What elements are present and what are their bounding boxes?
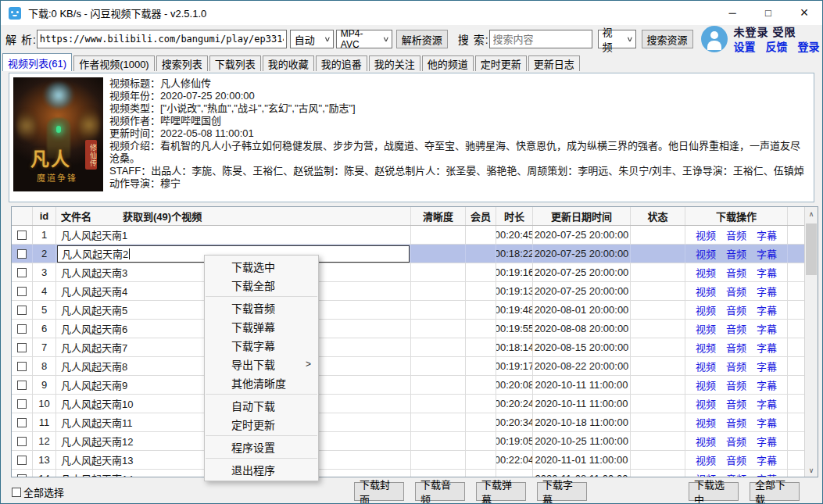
action-video-link[interactable]: 视频 [696, 265, 716, 280]
action-audio-link[interactable]: 音频 [726, 396, 746, 411]
row-checkbox[interactable] [17, 231, 27, 240]
row-checkbox[interactable] [17, 474, 27, 477]
table-row[interactable]: 2凡人风起天南200:18:222020-07-25 20:00:00视频音频字… [12, 245, 818, 263]
tab-his-channel[interactable]: 他的频道 [422, 55, 474, 71]
search-input[interactable] [489, 30, 592, 48]
table-row[interactable]: 3凡人风起天南300:19:162020-07-25 20:00:00视频音频字… [12, 263, 818, 282]
action-audio-link[interactable]: 音频 [726, 265, 746, 280]
table-row[interactable]: 5凡人风起天南500:19:482020-08-01 20:00:00视频音频字… [12, 301, 818, 320]
menu-exit-program[interactable]: 退出程序 [205, 460, 318, 479]
row-checkbox[interactable] [17, 343, 27, 352]
format-dropdown[interactable]: MP4-AVC ∨ [336, 30, 392, 48]
row-checkbox[interactable] [17, 268, 27, 277]
scroll-up-icon[interactable]: ∧ [805, 207, 818, 220]
download-all-button[interactable]: 全部下载 [750, 482, 800, 501]
action-video-link[interactable]: 视频 [696, 227, 716, 242]
tab-my-favorites[interactable]: 我的收藏 [263, 55, 314, 71]
action-audio-link[interactable]: 音频 [726, 471, 746, 477]
quality-auto-dropdown[interactable]: 自动 ∨ [290, 30, 334, 48]
search-resource-button[interactable]: 搜索资源 [642, 30, 693, 48]
parse-resource-button[interactable]: 解析资源 [396, 30, 448, 48]
menu-download-danmaku[interactable]: 下载弹幕 [205, 317, 318, 336]
table-row[interactable]: 9凡人风起天南900:20:082020-10-11 11:00:00视频音频字… [12, 376, 818, 395]
table-row[interactable]: 14凡人风起天南142020-11-08 11:00:00视频音频字幕 [12, 470, 818, 477]
action-subtitle-link[interactable]: 字幕 [757, 359, 777, 374]
menu-scheduled-update[interactable]: 定时更新 [205, 415, 318, 434]
row-checkbox[interactable] [17, 249, 27, 259]
action-audio-link[interactable]: 音频 [726, 284, 746, 298]
row-checkbox[interactable] [17, 399, 27, 409]
menu-export-download[interactable]: 导出下载> [205, 355, 318, 374]
table-row[interactable]: 11凡人风起天南1100:20:342020-10-18 11:00:00视频音… [12, 413, 818, 432]
settings-link[interactable]: 设置 [734, 41, 756, 52]
maximize-button[interactable]: □ [750, 1, 786, 25]
download-cover-button[interactable]: 下载封面 [354, 482, 404, 501]
action-video-link[interactable]: 视频 [696, 359, 716, 374]
table-row[interactable]: 7凡人风起天南700:18:142020-08-15 20:00:00视频音频字… [12, 338, 818, 357]
feedback-link[interactable]: 反馈 [766, 41, 788, 52]
action-video-link[interactable]: 视频 [696, 302, 716, 317]
row-checkbox[interactable] [17, 456, 27, 465]
header-date[interactable]: 更新日期时间 [533, 207, 631, 225]
action-subtitle-link[interactable]: 字幕 [757, 415, 777, 430]
tab-download-list[interactable]: 下载列表 [209, 55, 261, 71]
table-row[interactable]: 4凡人风起天南400:19:132020-07-25 20:00:00视频音频字… [12, 282, 818, 301]
action-video-link[interactable]: 视频 [696, 377, 716, 392]
row-checkbox[interactable] [17, 381, 27, 390]
action-audio-link[interactable]: 音频 [726, 434, 746, 449]
action-video-link[interactable]: 视频 [696, 396, 716, 411]
url-input[interactable] [37, 30, 287, 48]
table-row[interactable]: 6凡人风起天南600:19:552020-08-08 20:00:00视频音频字… [12, 320, 818, 338]
action-video-link[interactable]: 视频 [696, 321, 716, 336]
header-status[interactable]: 状态 [631, 207, 685, 225]
action-audio-link[interactable]: 音频 [726, 415, 746, 430]
action-subtitle-link[interactable]: 字幕 [757, 284, 777, 298]
header-id[interactable]: id [33, 207, 56, 225]
action-video-link[interactable]: 视频 [696, 340, 716, 355]
menu-download-all[interactable]: 下载全部 [205, 276, 318, 295]
action-video-link[interactable]: 视频 [696, 452, 716, 467]
menu-auto-download[interactable]: 自动下载 [205, 396, 318, 415]
action-video-link[interactable]: 视频 [696, 471, 716, 477]
tab-video-list[interactable]: 视频列表(61) [2, 53, 72, 71]
action-subtitle-link[interactable]: 字幕 [757, 246, 777, 261]
action-audio-link[interactable]: 音频 [726, 246, 746, 261]
table-row[interactable]: 12凡人风起天南1200:19:052020-10-25 11:00:00视频音… [12, 432, 818, 451]
action-subtitle-link[interactable]: 字幕 [757, 377, 777, 392]
action-audio-link[interactable]: 音频 [726, 452, 746, 467]
row-checkbox[interactable] [17, 437, 27, 446]
row-checkbox[interactable] [17, 362, 27, 371]
minimize-button[interactable]: ─ [714, 1, 750, 25]
action-subtitle-link[interactable]: 字幕 [757, 265, 777, 280]
user-avatar[interactable] [701, 26, 728, 52]
table-row[interactable]: 10凡人风起天南1000:20:242020-10-11 11:00:00视频音… [12, 395, 818, 413]
action-audio-link[interactable]: 音频 [726, 340, 746, 355]
action-video-link[interactable]: 视频 [696, 284, 716, 298]
header-quality[interactable]: 清晰度 [411, 207, 466, 225]
close-button[interactable]: × [786, 1, 822, 25]
table-row[interactable]: 1凡人风起天南100:20:452020-07-25 20:00:00视频音频字… [12, 226, 818, 245]
menu-program-settings[interactable]: 程序设置 [205, 438, 318, 456]
action-audio-link[interactable]: 音频 [726, 227, 746, 242]
header-filename[interactable]: 文件名 获取到(49)个视频 [56, 207, 411, 225]
action-subtitle-link[interactable]: 字幕 [757, 302, 777, 317]
search-type-dropdown[interactable]: 视频 ∨ [598, 30, 636, 48]
action-subtitle-link[interactable]: 字幕 [757, 396, 777, 411]
menu-download-audio[interactable]: 下载音频 [205, 298, 318, 317]
tab-author-videos[interactable]: 作者视频(1000) [73, 55, 155, 71]
row-checkbox[interactable] [17, 418, 27, 427]
login-link[interactable]: 登录 [798, 41, 820, 52]
title-bar[interactable]: 下载:0 KB/s - 闪豆视频下载器 - v2.5.1.0 ─ □ × [1, 1, 822, 25]
download-subtitle-button[interactable]: 下载字幕 [537, 482, 587, 501]
header-duration[interactable]: 时长 [496, 207, 533, 225]
action-video-link[interactable]: 视频 [696, 415, 716, 430]
header-vip[interactable]: 会员 [466, 207, 496, 225]
action-subtitle-link[interactable]: 字幕 [757, 471, 777, 477]
row-checkbox[interactable] [17, 324, 27, 334]
row-checkbox[interactable] [17, 287, 27, 296]
menu-other-quality[interactable]: 其他清晰度 [205, 374, 318, 392]
action-video-link[interactable]: 视频 [696, 246, 716, 261]
action-audio-link[interactable]: 音频 [726, 377, 746, 392]
action-audio-link[interactable]: 音频 [726, 359, 746, 374]
download-audio-button[interactable]: 下载音频 [415, 482, 465, 501]
